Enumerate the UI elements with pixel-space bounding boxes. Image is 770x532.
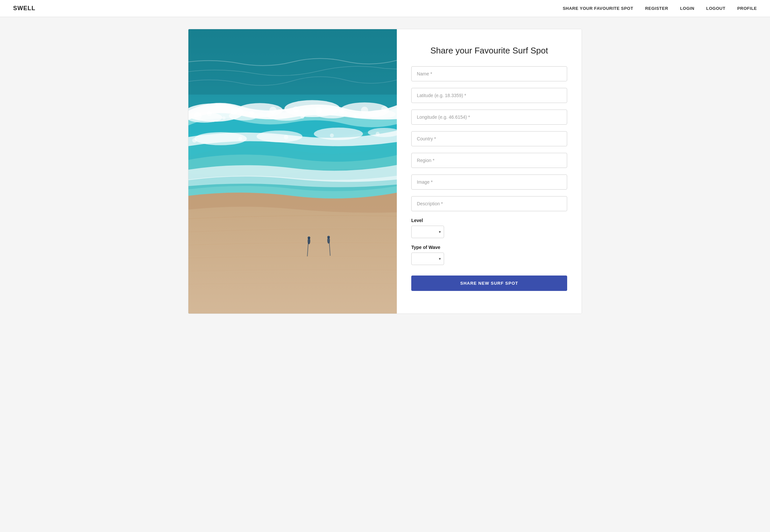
- nav-profile[interactable]: PROFILE: [737, 6, 757, 11]
- svg-point-39: [376, 132, 380, 136]
- wave-group: Type of Wave Beach Break Reef Break Poin…: [411, 245, 567, 265]
- latitude-group: [411, 88, 567, 103]
- svg-point-13: [257, 131, 302, 142]
- svg-point-37: [284, 135, 288, 139]
- description-input[interactable]: [411, 196, 567, 211]
- nav-share[interactable]: SHARE YOUR FAVOURITE SPOT: [563, 6, 633, 11]
- hero-image-panel: [188, 29, 397, 314]
- longitude-group: [411, 110, 567, 125]
- svg-point-18: [307, 236, 310, 239]
- svg-point-24: [230, 108, 237, 115]
- svg-point-14: [314, 128, 363, 140]
- latitude-input[interactable]: [411, 88, 567, 103]
- region-group: [411, 153, 567, 168]
- country-group: [411, 131, 567, 146]
- level-label: Level: [411, 218, 567, 223]
- country-input[interactable]: [411, 131, 567, 146]
- navbar: SWELL SHARE YOUR FAVOURITE SPOT REGISTER…: [0, 0, 770, 17]
- svg-point-22: [194, 112, 201, 120]
- svg-point-11: [366, 110, 396, 118]
- wave-label: Type of Wave: [411, 245, 567, 250]
- svg-point-33: [300, 115, 304, 119]
- level-select[interactable]: Beginner Intermediate Advanced Expert: [411, 226, 444, 238]
- svg-point-34: [353, 114, 356, 117]
- svg-point-29: [339, 109, 344, 114]
- svg-point-30: [361, 107, 368, 114]
- svg-point-38: [330, 133, 334, 137]
- form-panel: Share your Favourite Surf Spot Level: [397, 29, 582, 314]
- main-container: Share your Favourite Surf Spot Level: [188, 29, 582, 314]
- level-group: Level Beginner Intermediate Advanced Exp…: [411, 218, 567, 238]
- nav-links: SHARE YOUR FAVOURITE SPOT REGISTER LOGIN…: [563, 6, 757, 11]
- svg-point-35: [192, 138, 197, 143]
- image-input[interactable]: [411, 174, 567, 190]
- svg-point-36: [238, 137, 242, 141]
- beach-image: [188, 29, 397, 314]
- svg-point-26: [269, 107, 277, 114]
- nav-logout[interactable]: LOGOUT: [706, 6, 726, 11]
- svg-point-27: [293, 106, 299, 112]
- svg-point-32: [222, 116, 225, 120]
- name-input[interactable]: [411, 66, 567, 81]
- nav-login[interactable]: LOGIN: [680, 6, 695, 11]
- form-title: Share your Favourite Surf Spot: [411, 46, 567, 56]
- svg-point-23: [206, 111, 212, 116]
- region-input[interactable]: [411, 153, 567, 168]
- submit-button[interactable]: SHARE NEW SURF SPOT: [411, 276, 567, 291]
- svg-point-21: [327, 236, 330, 238]
- svg-point-31: [381, 106, 387, 112]
- nav-register[interactable]: REGISTER: [645, 6, 668, 11]
- longitude-input[interactable]: [411, 110, 567, 125]
- svg-point-25: [249, 111, 254, 115]
- image-group: [411, 174, 567, 190]
- svg-point-28: [315, 107, 322, 113]
- wave-select-wrapper: Beach Break Reef Break Point Break River…: [411, 253, 444, 265]
- description-group: [411, 196, 567, 211]
- name-group: [411, 66, 567, 81]
- level-select-wrapper: Beginner Intermediate Advanced Expert ▾: [411, 226, 444, 238]
- brand-logo[interactable]: SWELL: [13, 5, 35, 12]
- wave-select[interactable]: Beach Break Reef Break Point Break River…: [411, 253, 444, 265]
